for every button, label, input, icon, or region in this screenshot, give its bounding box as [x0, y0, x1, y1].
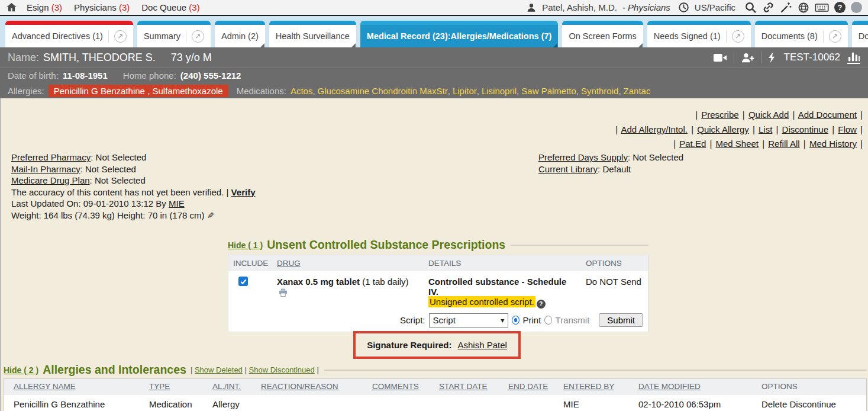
signer-link[interactable]: Ashish Patel: [457, 340, 506, 350]
flag-help-icon[interactable]: ?: [537, 300, 546, 309]
timezone-label[interactable]: US/Pacific: [695, 2, 735, 12]
tab-summary[interactable]: Summary ↗: [137, 21, 211, 47]
action-flow[interactable]: Flow: [838, 124, 857, 134]
unsent-table-row: Xanax 0.5 mg tablet (1 tab daily) Contro…: [228, 271, 648, 311]
end-date-cell: [499, 394, 554, 411]
separator: |: [751, 124, 756, 134]
medication-link[interactable]: Lisinopril: [482, 86, 517, 96]
col-end-date[interactable]: END DATE: [499, 379, 554, 394]
action-add-allergy[interactable]: Add Allergy/Intol.: [621, 124, 688, 134]
drug-name[interactable]: Xanax 0.5 mg tablet: [277, 277, 360, 287]
include-checkbox[interactable]: [238, 277, 248, 286]
action-discontinue[interactable]: Discontinue: [782, 124, 828, 134]
flowsheet-chart-icon[interactable]: [847, 52, 860, 64]
col-allergy-name[interactable]: ALLERGY NAME: [4, 379, 140, 394]
script-select[interactable]: Script ▾: [429, 313, 509, 327]
action-quick-add[interactable]: Quick Add: [748, 110, 789, 120]
preferred-days-supply-link[interactable]: Preferred Days Supply: [538, 152, 628, 162]
hide-unsent-link[interactable]: Hide ( 1 ): [228, 240, 263, 250]
action-quick-allergy[interactable]: Quick Allergy: [697, 124, 749, 134]
search-icon[interactable]: [744, 1, 757, 14]
print-radio[interactable]: [512, 316, 519, 325]
transmit-radio[interactable]: [544, 316, 551, 325]
action-add-document[interactable]: Add Document: [798, 110, 857, 120]
medication-link[interactable]: Zantac: [624, 86, 651, 96]
video-icon[interactable]: [713, 53, 727, 63]
link-icon[interactable]: [762, 1, 775, 14]
col-reaction[interactable]: REACTION/REASON: [251, 379, 363, 394]
allergy-filters: | Show Deleted | Show Discontinued |: [191, 365, 319, 374]
separator: ,: [517, 86, 519, 96]
options-cell[interactable]: Delete Discontinue: [752, 394, 866, 411]
submit-button[interactable]: Submit: [599, 313, 643, 327]
unsigned-flag: Unsigned controlled script.: [428, 296, 535, 307]
allergy-name-cell: Penicillin G Benzathine: [4, 394, 140, 411]
action-list[interactable]: List: [759, 124, 772, 134]
print-script-icon[interactable]: [279, 288, 288, 297]
col-al-int[interactable]: AL./INT.: [203, 379, 251, 394]
medication-link[interactable]: Synthroid: [581, 86, 618, 96]
action-med-sheet[interactable]: Med Sheet: [715, 139, 759, 149]
bolt-icon[interactable]: [768, 52, 776, 63]
wand-icon[interactable]: [780, 1, 792, 14]
action-row: | Pat.Ed | Med Sheet | Refill All | Med …: [614, 137, 864, 152]
updated-by-link[interactable]: MIE: [169, 198, 185, 208]
action-pat-ed[interactable]: Pat.Ed: [679, 139, 706, 149]
preferred-pharmacy-link[interactable]: Preferred Pharmacy: [11, 152, 91, 162]
globe-icon[interactable]: [798, 2, 809, 14]
action-refill-all[interactable]: Refill All: [768, 139, 799, 149]
col-type[interactable]: TYPE: [140, 379, 203, 394]
keyboard-icon[interactable]: [815, 2, 829, 14]
pharmacy-info: Preferred Pharmacy: Not Selected Mail-In…: [11, 152, 255, 221]
tab-popout[interactable]: ↗: [823, 30, 841, 43]
tab-medical-record[interactable]: Medical Record (23):Allergies/Medication…: [360, 21, 559, 47]
tab-health-surveillance[interactable]: Health Surveillance: [269, 21, 356, 47]
separator: |: [802, 139, 807, 149]
separator: |: [694, 110, 699, 120]
col-date-modified[interactable]: DATE MODIFIED: [629, 379, 752, 394]
verify-link[interactable]: Verify: [231, 187, 256, 197]
show-deleted-link[interactable]: Show Deleted: [195, 365, 243, 374]
current-library-link[interactable]: Current Library: [538, 164, 598, 174]
tab-documents[interactable]: Documents (8) ↗: [755, 21, 848, 47]
medication-link[interactable]: Saw Palmetto: [521, 86, 576, 96]
allergy-badge[interactable]: Penicillin G Benzathine , Sulfamethoxazo…: [49, 85, 228, 97]
edit-pencil-icon[interactable]: ✎: [207, 210, 214, 222]
current-user[interactable]: Patel, Ashish, M.D.: [542, 2, 617, 12]
add-person-icon[interactable]: [741, 52, 754, 63]
medication-link[interactable]: Actos: [291, 86, 313, 96]
tab-label: Medical Record (23):Allergies/Medication…: [367, 31, 552, 41]
medication-link[interactable]: Glucosamine Chondroitin MaxStr: [318, 86, 448, 96]
col-entered-by[interactable]: ENTERED BY: [554, 379, 629, 394]
nav-doc-queue[interactable]: Doc Queue (3): [141, 2, 199, 12]
patient-age-sex: 73 y/o M: [171, 52, 212, 64]
col-drug[interactable]: DRUG: [272, 255, 424, 271]
tab-admin[interactable]: Admin (2): [215, 21, 265, 47]
medication-link[interactable]: Lipitor: [453, 86, 477, 96]
tab-popout[interactable]: ↗: [186, 30, 204, 43]
nav-physicians[interactable]: Physicians (3): [74, 2, 130, 12]
preferred-pharmacy-line: Preferred Pharmacy: Not Selected: [11, 152, 255, 163]
medicare-drug-plan-link[interactable]: Medicare Drug Plan: [11, 175, 90, 185]
tab-needs-signed[interactable]: Needs Signed (1) ↗: [647, 21, 751, 47]
action-prescribe[interactable]: Prescribe: [701, 110, 738, 120]
medicare-drug-plan-value: : Not Selected: [90, 175, 146, 185]
mail-in-pharmacy-link[interactable]: Mail-In Pharmacy: [11, 164, 80, 174]
tab-advanced-directives[interactable]: Advanced Directives (1) ↗: [5, 21, 133, 47]
tab-popout[interactable]: ↗: [108, 30, 127, 43]
home-icon[interactable]: [6, 2, 17, 13]
tab-documents-d[interactable]: Documents-D: [852, 21, 868, 47]
tab-popout[interactable]: ↗: [726, 30, 744, 43]
nav-esign[interactable]: Esign (3): [27, 2, 62, 12]
status-dot-icon[interactable]: [851, 2, 862, 13]
col-comments[interactable]: COMMENTS: [363, 379, 430, 394]
preferred-pharmacy-value: : Not Selected: [91, 152, 146, 162]
separator: |: [191, 365, 192, 374]
action-med-history[interactable]: Med History: [809, 139, 857, 149]
show-discontinued-link[interactable]: Show Discontinued: [249, 365, 315, 374]
col-start-date[interactable]: START DATE: [430, 379, 499, 394]
help-icon[interactable]: ?: [834, 2, 846, 13]
start-date-cell: [430, 394, 499, 411]
hide-allergies-link[interactable]: Hide ( 2 ): [4, 365, 38, 375]
tab-on-screen-forms[interactable]: On Screen Forms: [562, 21, 643, 47]
